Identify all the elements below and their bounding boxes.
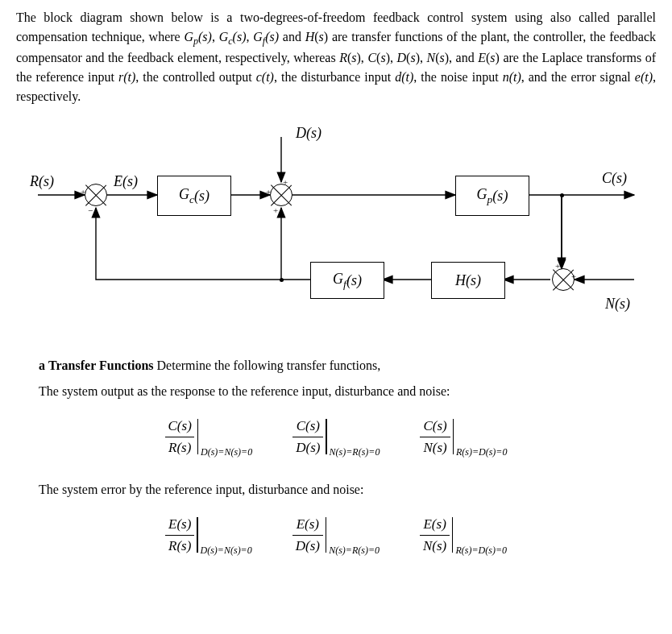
block-Gc: Gc(s) — [157, 176, 231, 216]
block-Gp: Gp(s) — [455, 176, 529, 216]
block-H: H(s) — [431, 262, 505, 299]
output-tf-row: C(s)R(s) D(s)=N(s)=0 C(s)D(s) N(s)=R(s)=… — [16, 416, 656, 458]
part-desc: Determine the following transfer functio… — [157, 358, 381, 372]
sum1-plus-left: + — [81, 185, 85, 199]
node-output-branch — [560, 193, 564, 197]
block-Gf: Gf(s) — [310, 262, 384, 299]
tf-C-over-R: C(s)R(s) D(s)=N(s)=0 — [165, 416, 253, 458]
sum3-plus-top: + — [555, 259, 560, 273]
tf-C-over-N: C(s)N(s) R(s)=D(s)=0 — [420, 416, 507, 458]
block-diagram: R(s) E(s) D(s) C(s) N(s) + − + + + + + G… — [30, 122, 642, 332]
sum2-plus-left: + — [266, 185, 271, 199]
label-E: E(s) — [114, 171, 138, 193]
output-tf-line: The system output as the response to the… — [39, 382, 656, 401]
part-letter: a — [39, 358, 45, 372]
sum-junction-2 — [270, 184, 292, 206]
error-tf-row: E(s)R(s) D(s)=N(s)=0 E(s)D(s) N(s)=R(s)=… — [16, 514, 656, 556]
tf-E-over-D: E(s)D(s) N(s)=R(s)=0 — [292, 514, 380, 556]
label-D: D(s) — [296, 122, 321, 144]
intro-paragraph: The block diagram shown below is a two-d… — [16, 8, 656, 106]
sum-junction-1 — [85, 184, 107, 206]
node-feedback-branch — [280, 278, 284, 282]
part-title: Transfer Functions — [48, 358, 154, 372]
label-R: R(s) — [30, 171, 54, 193]
tf-E-over-N: E(s)N(s) R(s)=D(s)=0 — [420, 514, 507, 556]
tf-E-over-R: E(s)R(s) D(s)=N(s)=0 — [165, 514, 252, 556]
sum2-plus-top: + — [283, 176, 288, 189]
part-a: a Transfer Functions Determine the follo… — [16, 356, 656, 401]
sum3-plus-right: + — [571, 270, 576, 284]
error-tf-line: The system error by the reference input,… — [39, 480, 656, 499]
sum2-plus-bottom: + — [273, 204, 278, 218]
label-N: N(s) — [605, 293, 630, 315]
label-C: C(s) — [602, 168, 627, 189]
tf-C-over-D: C(s)D(s) N(s)=R(s)=0 — [292, 416, 380, 458]
